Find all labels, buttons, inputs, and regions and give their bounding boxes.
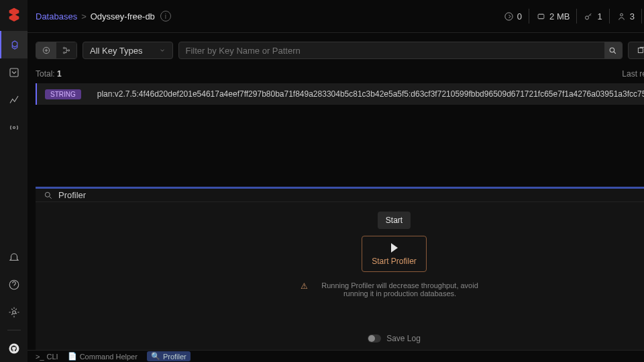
footer: >_ CLI 📄 Command Helper 🔍 Profiler Let u… [28, 350, 644, 362]
footer-profiler[interactable]: 🔍 Profiler [147, 351, 191, 361]
nav-notifications[interactable] [0, 243, 28, 271]
footer-cli[interactable]: >_ CLI [36, 353, 58, 361]
search-button[interactable] [604, 42, 622, 58]
search-input[interactable] [179, 42, 604, 58]
bulk-actions-button[interactable]: Bulk Actions [628, 42, 644, 59]
svg-rect-14 [638, 48, 643, 53]
save-log-toggle[interactable] [368, 334, 381, 343]
play-icon [391, 243, 398, 253]
sidebar [0, 0, 28, 362]
start-profiler-label: Start Profiler [372, 257, 417, 266]
list-view-button[interactable] [36, 42, 56, 58]
stat-memory: 2 MB [529, 9, 577, 24]
nav-browser[interactable] [0, 31, 28, 58]
profiler-panel: Profiler — ✕ Start Start Profiler ⚠ Runn… [36, 189, 644, 350]
profiler-warning: ⚠ Running Profiler will decrease through… [301, 281, 488, 298]
nav-workbench[interactable] [0, 58, 28, 86]
profiler-body: Start Start Profiler ⚠ Running Profiler … [36, 202, 644, 350]
svg-point-1 [13, 126, 15, 128]
nav-pubsub[interactable] [0, 114, 28, 141]
breadcrumb-sep: > [81, 11, 87, 21]
svg-point-8 [620, 13, 623, 16]
svg-point-12 [68, 50, 69, 51]
profiler-header: Profiler — ✕ [36, 189, 644, 202]
toolbar: All Key Types Bulk Actions + Key [36, 39, 644, 62]
key-type-selector[interactable]: All Key Types [83, 42, 173, 59]
stat-keys: 1 [577, 9, 609, 24]
save-log-row: Save Log [368, 334, 421, 343]
last-refresh: Last refresh: 14 min [622, 69, 644, 79]
breadcrumb-databases[interactable]: Databases [36, 11, 77, 21]
info-icon[interactable]: i [160, 11, 171, 21]
start-profiler-button[interactable]: Start Profiler [362, 236, 427, 272]
tree-view-button[interactable] [56, 42, 76, 58]
breadcrumb-current: Odyssey-free-db [91, 11, 155, 21]
save-log-label: Save Log [386, 334, 421, 343]
nav-github[interactable] [0, 334, 28, 362]
svg-point-3 [12, 310, 15, 314]
stat-connections: 3 [610, 9, 642, 24]
profiler-icon [44, 191, 53, 200]
svg-point-5 [505, 12, 513, 19]
warning-icon: ⚠ [301, 281, 308, 291]
footer-helper[interactable]: 📄 Command Helper [68, 352, 138, 361]
svg-point-11 [63, 52, 64, 53]
total-label: Total: 1 [36, 69, 62, 79]
svg-point-19 [45, 192, 50, 197]
type-badge: STRING [45, 89, 81, 99]
nav-help[interactable] [0, 271, 28, 298]
svg-point-7 [586, 15, 589, 19]
nav-analysis[interactable] [0, 86, 28, 114]
svg-point-4 [9, 343, 19, 353]
profiler-title: Profiler [58, 190, 644, 200]
svg-point-13 [610, 48, 614, 52]
stat-commands: 0 [497, 9, 529, 24]
topbar: Databases > Odyssey-free-db i 0 2 MB 1 3… [28, 0, 644, 33]
key-name: plan:v2.7.5:4f46d20def201e54617a4eef7ff2… [97, 89, 644, 99]
list-header: Total: 1 Last refresh: 14 min [28, 64, 644, 83]
nav-settings[interactable] [0, 298, 28, 326]
key-row[interactable]: STRING plan:v2.7.5:4f46d20def201e54617a4… [36, 83, 644, 105]
view-mode-toggle [36, 42, 77, 59]
redis-logo-icon [7, 7, 21, 21]
svg-rect-6 [538, 14, 544, 18]
svg-point-10 [63, 47, 64, 48]
start-tooltip: Start [378, 212, 411, 229]
search-box [178, 42, 623, 59]
svg-rect-0 [10, 69, 18, 77]
main: Databases > Odyssey-free-db i 0 2 MB 1 3… [28, 0, 644, 362]
